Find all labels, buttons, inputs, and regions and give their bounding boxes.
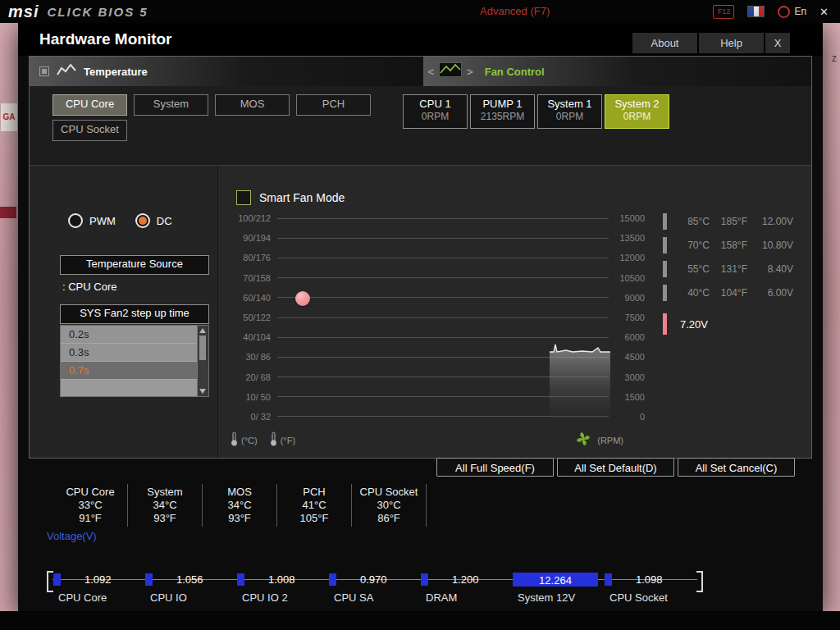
sensor-fahrenheit: 105°F: [277, 512, 351, 525]
duty-voltage: 6.00V: [747, 287, 793, 299]
grid-line: [277, 258, 609, 258]
temperature-section-title: Temperature: [84, 66, 148, 78]
temp-tick-label: 90/194: [230, 233, 277, 243]
voltage-bar: [605, 573, 612, 586]
background-partial-text-left: GA: [1, 103, 17, 131]
temperature-readout: MOS 34°C 93°F: [203, 484, 277, 527]
action-button[interactable]: All Set Default(D): [557, 458, 674, 477]
step-time-listbox: 0.2s0.3s0.7s: [60, 325, 209, 397]
window-titlebar: Hardware Monitor About Help X: [18, 23, 823, 56]
temp-tick-label: 60/140: [230, 293, 277, 303]
voltage-name: CPU SA: [334, 591, 373, 604]
meter-right-bracket: [696, 571, 703, 592]
temperature-tab[interactable]: PCH: [296, 94, 371, 116]
current-fan-voltage-row: 7.20V: [663, 313, 708, 335]
scroll-down-icon[interactable]: [199, 389, 206, 394]
grid-line: [277, 218, 609, 219]
temperature-source-value: : CPU Core: [62, 281, 116, 293]
scrollbar-thumb[interactable]: [199, 336, 206, 360]
fan-selector-button[interactable]: PUMP 1 2135RPM: [470, 94, 535, 129]
chart-grid-row: 80/176 12000: [230, 248, 645, 267]
voltage-item: 1.056 CPU IO: [145, 566, 237, 607]
sensor-name: PCH: [277, 486, 351, 499]
chart-grid-row: 60/140 9000: [230, 288, 645, 308]
sensor-name: MOS: [203, 486, 276, 499]
dc-radio[interactable]: [135, 213, 150, 228]
pwm-radio-option[interactable]: PWM: [68, 213, 116, 228]
voltage-item: 1.200 DRAM: [421, 566, 513, 607]
fan-selector-button[interactable]: System 2 0RPM: [605, 94, 669, 129]
step-time-option[interactable]: 0.3s: [61, 344, 198, 362]
voltage-item: 1.092 CPU Core: [53, 566, 145, 607]
dc-radio-option[interactable]: DC: [135, 213, 172, 228]
voltage-value: 1.098: [636, 573, 663, 586]
language-flag-icon[interactable]: [747, 6, 765, 17]
fan-selector-button[interactable]: System 1 0RPM: [537, 94, 602, 129]
duty-temp-celsius: 55°C: [678, 263, 710, 275]
temperature-source-button[interactable]: Temperature Source: [60, 255, 209, 275]
sensor-name: CPU Socket: [352, 486, 426, 499]
panel-header: Temperature < > Fan Control: [30, 57, 811, 86]
about-button[interactable]: About: [632, 33, 697, 53]
next-fan-page-icon[interactable]: >: [467, 66, 473, 78]
duty-level-row: 40°C 104°F 6.00V: [663, 281, 795, 304]
scrollbar[interactable]: [197, 326, 208, 396]
help-button[interactable]: Help: [699, 33, 764, 53]
temperature-readout: PCH 41°C 105°F: [277, 484, 352, 527]
step-time-option[interactable]: 0.2s: [61, 326, 198, 344]
thermometer-celsius-icon: [230, 431, 239, 450]
prev-fan-page-icon[interactable]: <: [428, 66, 435, 78]
chart-grid-row: 70/158 10500: [230, 268, 645, 288]
fan-rpm-value: 2135RPM: [471, 111, 534, 122]
rpm-tick-label: 12000: [609, 253, 645, 262]
action-button[interactable]: All Set Cancel(C): [678, 458, 795, 477]
voltage-name: System 12V: [518, 591, 575, 604]
fan-icon: [576, 431, 591, 450]
advanced-mode-label[interactable]: Advanced (F7): [480, 5, 550, 17]
fan-name: System 2: [605, 98, 669, 110]
temperature-tab[interactable]: CPU Socket: [52, 120, 127, 141]
screenshot-f12-icon[interactable]: F12: [713, 5, 734, 19]
fan-curve-point[interactable]: [295, 291, 310, 306]
fahrenheit-unit-label: (°F): [281, 436, 295, 445]
smart-fan-checkbox[interactable]: [236, 190, 251, 205]
step-up-time-button[interactable]: SYS Fan2 step up time: [60, 304, 209, 324]
duty-temp-celsius: 85°C: [678, 216, 710, 227]
voltage-item: 0.970 CPU SA: [329, 566, 421, 607]
sensor-celsius: 33°C: [53, 499, 127, 512]
action-button[interactable]: All Full Speed(F): [436, 458, 554, 477]
duty-temp-celsius: 40°C: [678, 287, 710, 299]
bios-bottom-bar: [0, 611, 840, 630]
step-time-option[interactable]: 0.7s: [61, 362, 198, 380]
temperature-tab[interactable]: System: [134, 94, 208, 116]
background-red-block: [0, 207, 16, 218]
duty-level-row: 55°C 131°F 8.40V: [663, 257, 795, 281]
bios-screen: GA z msi CLICK BIOS 5 Advanced (F7) F12 …: [0, 0, 840, 630]
sensor-celsius: 34°C: [128, 499, 202, 512]
grid-line: [277, 337, 609, 338]
collapse-toggle-icon[interactable]: [39, 66, 49, 76]
meter-left-bracket: [47, 571, 53, 592]
temperature-tab[interactable]: MOS: [215, 94, 290, 116]
temperature-tab[interactable]: CPU Core: [52, 94, 127, 116]
grid-line: [277, 317, 609, 318]
rpm-tick-label: 13500: [609, 233, 645, 243]
duty-temp-fahrenheit: 104°F: [710, 287, 747, 299]
duty-level-bar: [663, 285, 667, 301]
fan-selector-button[interactable]: CPU 1 0RPM: [403, 94, 468, 129]
rpm-tick-label: 4500: [609, 352, 645, 362]
sensor-name: CPU Core: [53, 486, 127, 499]
fan-control-section-title: Fan Control: [485, 66, 545, 78]
duty-temp-fahrenheit: 131°F: [710, 263, 747, 275]
language-switcher[interactable]: En: [778, 6, 806, 18]
fan-name: PUMP 1: [471, 98, 534, 110]
sensor-fahrenheit: 93°F: [128, 512, 202, 525]
bios-close-icon[interactable]: ✕: [819, 6, 829, 18]
duty-voltage: 12.00V: [747, 216, 793, 227]
scroll-up-icon[interactable]: [199, 328, 206, 333]
rpm-tick-label: 10500: [609, 273, 645, 283]
close-button[interactable]: X: [765, 33, 790, 53]
voltage-bar: [421, 573, 428, 586]
chart-grid-row: 90/194 13500: [230, 228, 645, 248]
pwm-radio[interactable]: [68, 213, 83, 228]
